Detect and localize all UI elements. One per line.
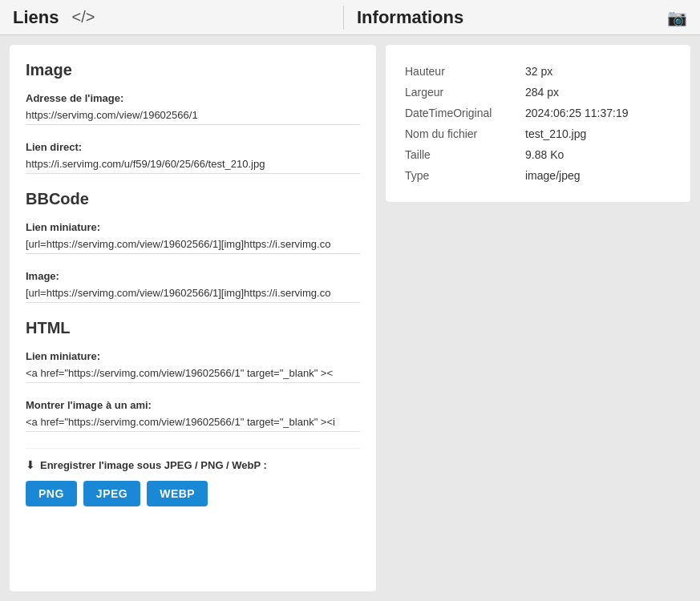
info-row: Taille9.88 Ko [405,144,671,165]
image-section: Image Adresse de l'image: https://servim… [26,61,360,174]
top-bar-right: Informations 📷 [344,7,687,28]
html-miniature-label: Lien miniature: [26,350,360,362]
lien-direct-label: Lien direct: [26,141,360,153]
bbcode-miniature: Lien miniature: [url=https://servimg.com… [26,221,360,254]
bbcode-section: BBCode Lien miniature: [url=https://serv… [26,190,360,303]
html-ami-value: <a href="https://servimg.com/view/196025… [26,416,360,432]
info-key: Taille [405,144,525,165]
info-value: test_210.jpg [525,123,671,144]
informations-title: Informations [357,7,463,28]
adresse-label: Adresse de l'image: [26,92,360,104]
info-value: image/jpeg [525,165,671,186]
info-row: Hauteur32 px [405,61,671,82]
png-button[interactable]: PNG [26,481,77,506]
info-table: Hauteur32 pxLargeur284 pxDateTimeOrigina… [405,61,671,186]
bbcode-image-value: [url=https://servimg.com/view/19602566/1… [26,287,360,303]
html-miniature: Lien miniature: <a href="https://servimg… [26,350,360,383]
download-icon: ⬇ [26,458,35,471]
info-row: Largeur284 px [405,82,671,103]
webp-button[interactable]: WEBP [147,481,208,506]
info-row: Typeimage/jpeg [405,165,671,186]
code-icon[interactable]: </> [71,8,95,26]
download-label: ⬇ Enregistrer l'image sous JPEG / PNG / … [26,458,360,471]
jpeg-button[interactable]: JPEG [83,481,140,506]
download-section: ⬇ Enregistrer l'image sous JPEG / PNG / … [26,448,360,506]
html-ami: Montrer l'image à un ami: <a href="https… [26,399,360,432]
info-key: Type [405,165,525,186]
lien-direct-value: https://i.servimg.com/u/f59/19/60/25/66/… [26,158,360,174]
info-value: 2024:06:25 11:37:19 [525,103,671,123]
button-group: PNG JPEG WEBP [26,481,360,506]
top-bar-left: Liens </> [13,7,343,28]
adresse-value: https://servimg.com/view/19602566/1 [26,109,360,125]
info-value: 9.88 Ko [525,144,671,165]
field-lien-direct: Lien direct: https://i.servimg.com/u/f59… [26,141,360,174]
bbcode-section-title: BBCode [26,190,360,208]
info-key: Nom du fichier [405,123,525,144]
info-value: 284 px [525,82,671,103]
info-key: DateTimeOriginal [405,103,525,123]
info-key: Largeur [405,82,525,103]
download-label-text: Enregistrer l'image sous JPEG / PNG / We… [40,459,267,471]
bbcode-miniature-label: Lien miniature: [26,221,360,233]
bbcode-image: Image: [url=https://servimg.com/view/196… [26,270,360,303]
html-section-title: HTML [26,319,360,337]
info-value: 32 px [525,61,671,82]
html-ami-label: Montrer l'image à un ami: [26,399,360,411]
liens-title: Liens [13,7,59,28]
html-miniature-value: <a href="https://servimg.com/view/196025… [26,367,360,383]
top-bar: Liens </> Informations 📷 [0,0,700,35]
camera-icon[interactable]: 📷 [667,8,687,27]
html-section: HTML Lien miniature: <a href="https://se… [26,319,360,432]
image-section-title: Image [26,61,360,79]
info-key: Hauteur [405,61,525,82]
info-row: DateTimeOriginal2024:06:25 11:37:19 [405,103,671,123]
field-adresse: Adresse de l'image: https://servimg.com/… [26,92,360,125]
info-row: Nom du fichiertest_210.jpg [405,123,671,144]
right-panel: Hauteur32 pxLargeur284 pxDateTimeOrigina… [386,45,690,591]
bbcode-image-label: Image: [26,270,360,282]
left-panel: Image Adresse de l'image: https://servim… [10,45,376,591]
info-card: Hauteur32 pxLargeur284 pxDateTimeOrigina… [386,45,690,202]
main-content: Image Adresse de l'image: https://servim… [0,35,700,601]
bbcode-miniature-value: [url=https://servimg.com/view/19602566/1… [26,238,360,254]
